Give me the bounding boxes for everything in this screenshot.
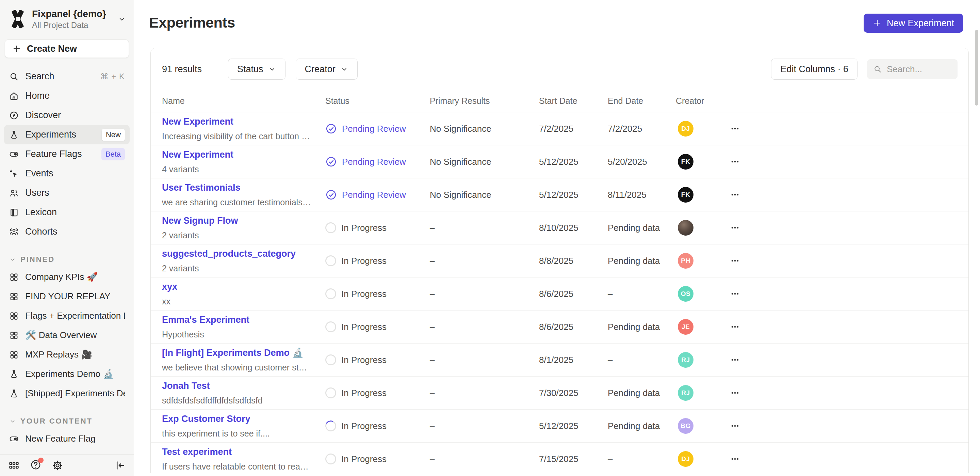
experiment-link[interactable]: User Testimonials bbox=[162, 182, 240, 193]
sidebar-item-flags-experimentation-demo[interactable]: Flags + Experimentation Demo bbox=[4, 306, 130, 326]
sidebar-item-data-overview[interactable]: 🛠️ Data Overview bbox=[4, 326, 130, 345]
experiment-subtitle: this experiment is to see if.... bbox=[162, 429, 312, 439]
row-overflow-menu[interactable] bbox=[728, 188, 742, 201]
sidebar-item-cohorts[interactable]: Cohorts bbox=[4, 222, 130, 241]
row-overflow-menu[interactable] bbox=[728, 419, 742, 433]
table-row[interactable]: Test experimentIf users have relatable c… bbox=[151, 442, 969, 473]
chevron-down-icon bbox=[268, 65, 276, 73]
row-overflow-menu[interactable] bbox=[728, 452, 742, 466]
name-cell: New Experiment4 variants bbox=[162, 150, 325, 174]
sidebar-nav: Search⌘ + KHomeDiscoverExperimentsNewFea… bbox=[0, 67, 134, 241]
row-overflow-menu[interactable] bbox=[728, 287, 742, 301]
nav-label: 🛠️ Data Overview bbox=[25, 330, 97, 340]
row-overflow-menu[interactable] bbox=[728, 386, 742, 400]
sidebar-item-mxp-replays[interactable]: MXP Replays 🎥 bbox=[4, 345, 130, 364]
sidebar-item-find-your-replay[interactable]: FIND YOUR REPLAY bbox=[4, 287, 130, 306]
nav-label: Cohorts bbox=[25, 227, 57, 237]
apps-grid-icon[interactable] bbox=[8, 460, 20, 471]
table-row[interactable]: [In Flight] Experiments Demo 🔬we believe… bbox=[151, 343, 969, 377]
progress-ring-icon bbox=[325, 388, 336, 398]
edit-columns-button[interactable]: Edit Columns · 6 bbox=[771, 59, 858, 80]
nav-label: New Feature Flag bbox=[25, 433, 95, 444]
avatar[interactable]: PH bbox=[678, 253, 694, 268]
help-button[interactable] bbox=[30, 459, 41, 472]
experiment-subtitle: we are sharing customer testimonials as … bbox=[162, 198, 312, 208]
avatar[interactable]: DJ bbox=[678, 451, 694, 467]
sidebar-item-home[interactable]: Home bbox=[4, 86, 130, 105]
column-header-name: Name bbox=[162, 96, 325, 106]
sidebar-item-new-feature-flag[interactable]: New Feature Flag bbox=[4, 429, 130, 449]
row-overflow-menu[interactable] bbox=[728, 254, 742, 268]
table-row[interactable]: Exp Customer Storythis experiment is to … bbox=[151, 410, 969, 442]
experiment-link[interactable]: New Experiment bbox=[162, 150, 234, 160]
row-overflow-menu[interactable] bbox=[728, 353, 742, 367]
experiment-link[interactable]: xyx bbox=[162, 281, 177, 292]
row-overflow-menu[interactable] bbox=[728, 155, 742, 169]
sidebar-item-company-kpis[interactable]: Company KPIs 🚀 bbox=[4, 267, 130, 287]
avatar[interactable] bbox=[678, 220, 694, 236]
experiment-link[interactable]: suggested_products_category bbox=[162, 249, 296, 259]
avatar[interactable]: FK bbox=[678, 154, 694, 169]
sidebar-item-events[interactable]: Events bbox=[4, 164, 130, 183]
experiment-link[interactable]: Emma's Experiment bbox=[162, 315, 250, 325]
filter-bar: 91 results Status Creator Edit Columns ·… bbox=[151, 48, 969, 90]
end-date-cell: Pending data bbox=[608, 322, 676, 332]
search-input[interactable] bbox=[887, 64, 951, 75]
row-overflow-menu[interactable] bbox=[728, 122, 742, 136]
avatar[interactable]: RJ bbox=[678, 352, 694, 368]
page-header: Experiments New Experiment bbox=[134, 0, 980, 33]
avatar[interactable]: OS bbox=[678, 286, 694, 302]
row-overflow-menu[interactable] bbox=[728, 221, 742, 235]
status-cell: In Progress bbox=[325, 288, 430, 299]
experiment-link[interactable]: Jonah Test bbox=[162, 381, 210, 391]
row-overflow-menu[interactable] bbox=[728, 320, 742, 334]
sidebar-item-experiments-demo[interactable]: Experiments Demo 🔬 bbox=[4, 364, 130, 384]
primary-results-cell: – bbox=[430, 454, 539, 465]
table-row[interactable]: New Signup Flow2 variantsIn Progress–8/1… bbox=[151, 211, 969, 244]
status-label: Pending Review bbox=[342, 124, 406, 134]
experiment-link[interactable]: New Experiment bbox=[162, 117, 234, 127]
avatar[interactable]: DJ bbox=[678, 121, 694, 137]
table-row[interactable]: Emma's ExperimentHypothesisIn Progress–8… bbox=[151, 310, 969, 343]
table-row[interactable]: User Testimonialswe are sharing customer… bbox=[151, 179, 969, 211]
name-cell: Jonah Testsdfdsfdsfsdfdffdfdsfsdfdsfd bbox=[162, 381, 325, 406]
creator-filter-button[interactable]: Creator bbox=[296, 59, 358, 80]
section-header-your-content[interactable]: YOUR CONTENT bbox=[0, 417, 134, 426]
new-experiment-button[interactable]: New Experiment bbox=[864, 14, 963, 33]
avatar[interactable]: FK bbox=[678, 187, 694, 203]
status-filter-button[interactable]: Status bbox=[228, 59, 285, 80]
table-row[interactable]: New Experiment4 variantsPending ReviewNo… bbox=[151, 145, 969, 179]
create-new-button[interactable]: Create New bbox=[5, 40, 129, 58]
sidebar-item-lexicon[interactable]: Lexicon bbox=[4, 203, 130, 222]
table-row[interactable]: New ExperimentIncreasing visibility of t… bbox=[151, 112, 969, 145]
sidebar-item-shipped-experiments-demo[interactable]: [Shipped] Experiments Demo 🖊️ bbox=[4, 384, 130, 403]
experiment-link[interactable]: New Signup Flow bbox=[162, 216, 238, 226]
sidebar-item-users[interactable]: Users bbox=[4, 183, 130, 203]
experiment-link[interactable]: Exp Customer Story bbox=[162, 414, 250, 424]
primary-results-cell: – bbox=[430, 223, 539, 233]
settings-gear-icon[interactable] bbox=[52, 460, 63, 471]
sidebar-item-discover[interactable]: Discover bbox=[4, 105, 130, 125]
end-date-cell: Pending data bbox=[608, 256, 676, 266]
sidebar-item-experiments[interactable]: ExperimentsNew bbox=[4, 125, 130, 144]
status-cell: In Progress bbox=[325, 420, 430, 431]
scrollbar[interactable] bbox=[975, 30, 978, 105]
experiment-link[interactable]: [In Flight] Experiments Demo 🔬 bbox=[162, 347, 304, 358]
experiment-link[interactable]: Test experiment bbox=[162, 447, 232, 457]
table-row[interactable]: Jonah TestsdfdsfdsfsdfdffdfdsfsdfdsfdIn … bbox=[151, 377, 969, 410]
sidebar-item-feature-flags[interactable]: Feature FlagsBeta bbox=[4, 144, 130, 164]
status-label: In Progress bbox=[341, 322, 387, 332]
chevron-down-icon bbox=[9, 256, 16, 263]
collapse-sidebar-icon[interactable] bbox=[114, 460, 126, 471]
sidebar-item-search[interactable]: Search⌘ + K bbox=[4, 67, 130, 86]
creator-cell: FK bbox=[676, 154, 727, 169]
avatar[interactable]: JE bbox=[678, 319, 694, 335]
table-row[interactable]: suggested_products_category2 variantsIn … bbox=[151, 244, 969, 278]
dots-icon bbox=[730, 388, 740, 398]
plus-icon bbox=[12, 44, 21, 53]
section-header-pinned[interactable]: PINNED bbox=[0, 255, 134, 264]
workspace-switcher[interactable]: Fixpanel {demo} All Project Data bbox=[0, 0, 134, 36]
avatar[interactable]: BG bbox=[678, 418, 694, 434]
avatar[interactable]: RJ bbox=[678, 385, 694, 401]
table-row[interactable]: xyxxxIn Progress–8/6/2025–OS bbox=[151, 278, 969, 310]
